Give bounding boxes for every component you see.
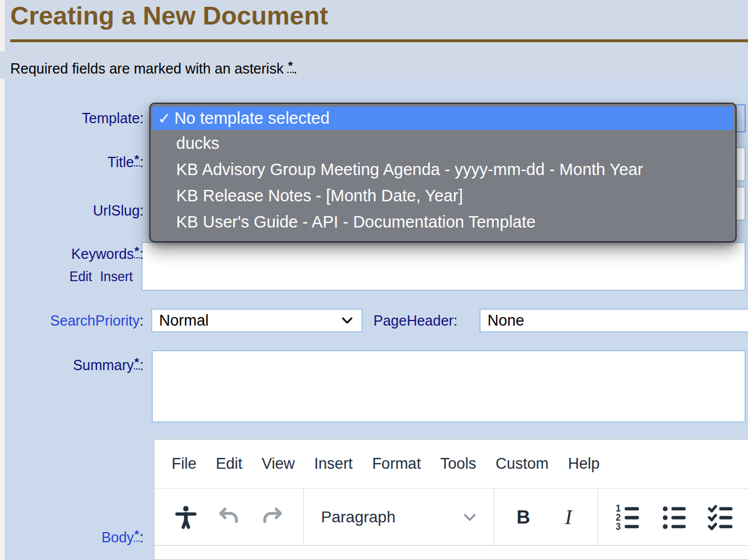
keywords-textarea[interactable]: [141, 242, 746, 291]
bullet-list-button[interactable]: [660, 501, 692, 533]
menu-help[interactable]: Help: [558, 455, 609, 473]
keywords-links: EditInsert: [0, 269, 133, 285]
menu-edit[interactable]: Edit: [206, 455, 253, 473]
search-priority-select[interactable]: Normal: [151, 309, 363, 332]
paragraph-format-label: Paragraph: [321, 508, 396, 526]
create-document-page: Creating a New Document Required fields …: [0, 0, 748, 560]
title-divider: [10, 39, 748, 42]
undo-icon: [216, 504, 242, 530]
checklist-icon: [708, 502, 737, 532]
body-label: Body*:: [0, 529, 144, 546]
page-header-label: PageHeader:: [373, 313, 457, 329]
checklist-button[interactable]: [706, 501, 738, 533]
search-priority-value: Normal: [159, 312, 209, 330]
menu-view[interactable]: View: [252, 455, 304, 473]
undo-button[interactable]: [213, 501, 245, 533]
menu-file[interactable]: File: [162, 455, 206, 473]
urlslug-label: UrlSlug:: [0, 202, 144, 219]
keywords-edit-link[interactable]: Edit: [70, 269, 92, 284]
editor-toolbar: Paragraph B I 1 2 3: [155, 489, 748, 546]
template-option[interactable]: KB User's Guide - API - Documentation Te…: [152, 209, 734, 235]
accessibility-icon: [173, 504, 199, 530]
editor-menubar: File Edit View Insert Format Tools Custo…: [155, 440, 748, 489]
title-label: Title*:: [0, 154, 144, 171]
accessibility-button[interactable]: [170, 501, 202, 533]
svg-text:3: 3: [616, 521, 621, 531]
template-option[interactable]: KB Release Notes - [Month Date, Year]: [152, 182, 734, 209]
summary-label: Summary*:: [0, 357, 144, 374]
chevron-down-icon: [340, 313, 355, 328]
redo-icon: [259, 504, 285, 530]
redo-button[interactable]: [256, 501, 288, 533]
required-asterisk: *: [287, 59, 293, 73]
required-note: Required fields are marked with an aster…: [10, 60, 297, 77]
template-label: Template:: [0, 110, 144, 127]
template-option[interactable]: KB Advisory Group Meeting Agenda - yyyy-…: [152, 156, 734, 182]
summary-textarea[interactable]: [152, 350, 746, 423]
body-editor-content[interactable]: [155, 546, 748, 559]
paragraph-dropdown[interactable]: Paragraph: [304, 489, 494, 545]
page-header-select[interactable]: None: [479, 309, 748, 332]
bold-icon: B: [517, 506, 530, 528]
svg-text:1: 1: [616, 504, 621, 513]
bullet-list-icon: [661, 502, 690, 532]
template-option-label: No template selected: [174, 109, 330, 128]
body-editor: File Edit View Insert Format Tools Custo…: [154, 439, 748, 560]
check-icon: ✓: [158, 109, 171, 128]
page-title: Creating a New Document: [10, 1, 328, 31]
menu-insert[interactable]: Insert: [304, 455, 363, 473]
template-option[interactable]: ducks: [152, 130, 734, 156]
template-option-selected[interactable]: ✓ No template selected: [152, 107, 734, 130]
keywords-insert-link[interactable]: Insert: [100, 269, 133, 284]
bold-button[interactable]: B: [507, 501, 539, 533]
menu-format[interactable]: Format: [363, 455, 431, 473]
svg-text:2: 2: [616, 513, 621, 522]
menu-tools[interactable]: Tools: [430, 455, 486, 473]
chevron-down-icon: [461, 508, 479, 526]
keywords-label: Keywords*:: [0, 246, 144, 262]
numbered-list-icon: 1 2 3: [614, 502, 644, 532]
page-header-value: None: [487, 312, 525, 330]
template-dropdown-menu: ✓ No template selected ducks KB Advisory…: [149, 103, 737, 242]
menu-custom[interactable]: Custom: [486, 455, 558, 473]
numbered-list-button[interactable]: 1 2 3: [613, 501, 645, 533]
search-priority-label: SearchPriority:: [0, 313, 144, 329]
italic-button[interactable]: I: [552, 501, 584, 533]
italic-icon: I: [565, 505, 572, 529]
